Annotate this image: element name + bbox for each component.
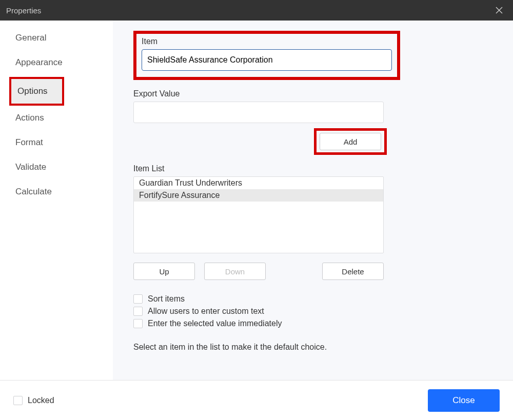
sort-items-checkbox[interactable]: Sort items — [133, 294, 410, 304]
list-item[interactable]: Guardian Trust Underwriters — [134, 177, 383, 189]
close-icon[interactable] — [491, 3, 507, 18]
sort-items-label: Sort items — [148, 294, 185, 304]
locked-label: Locked — [28, 396, 54, 405]
highlight-options: Options — [9, 77, 64, 106]
delete-button[interactable]: Delete — [322, 263, 384, 280]
tab-format[interactable]: Format — [0, 130, 113, 155]
item-list-label: Item List — [133, 164, 410, 173]
enter-immediately-label: Enter the selected value immediately — [148, 319, 282, 328]
down-button: Down — [204, 263, 266, 280]
content-panel: Item Export Value Add Item List Guardian… — [113, 21, 513, 380]
checkbox-icon — [133, 307, 143, 316]
tab-calculate[interactable]: Calculate — [0, 179, 113, 204]
item-input[interactable] — [142, 49, 392, 71]
locked-checkbox[interactable]: Locked — [13, 396, 54, 405]
window-title: Properties — [6, 6, 41, 15]
tab-validate[interactable]: Validate — [0, 155, 113, 179]
tab-actions[interactable]: Actions — [0, 106, 113, 130]
list-item[interactable]: FortifySure Assurance — [134, 189, 383, 202]
allow-custom-text-checkbox[interactable]: Allow users to enter custom text — [133, 307, 410, 316]
tab-general[interactable]: General — [0, 26, 113, 50]
item-list[interactable]: Guardian Trust Underwriters FortifySure … — [133, 176, 384, 253]
close-button[interactable]: Close — [428, 389, 500, 412]
tab-options[interactable]: Options — [11, 79, 62, 104]
default-choice-hint: Select an item in the list to make it th… — [133, 343, 410, 352]
checkbox-icon — [133, 319, 143, 328]
checkbox-icon — [13, 396, 23, 405]
add-button[interactable]: Add — [320, 133, 381, 150]
title-bar: Properties — [0, 0, 513, 21]
tab-appearance[interactable]: Appearance — [0, 50, 113, 75]
item-label: Item — [142, 37, 392, 46]
highlight-item-field: Item — [133, 31, 400, 80]
export-value-input[interactable] — [133, 102, 384, 123]
footer: Locked Close — [0, 380, 513, 420]
export-value-label: Export Value — [133, 89, 410, 98]
highlight-add-button: Add — [314, 128, 387, 155]
allow-custom-text-label: Allow users to enter custom text — [148, 307, 264, 316]
checkbox-icon — [133, 294, 143, 304]
enter-immediately-checkbox[interactable]: Enter the selected value immediately — [133, 319, 410, 328]
sidebar: General Appearance Options Actions Forma… — [0, 21, 113, 380]
up-button[interactable]: Up — [133, 263, 195, 280]
